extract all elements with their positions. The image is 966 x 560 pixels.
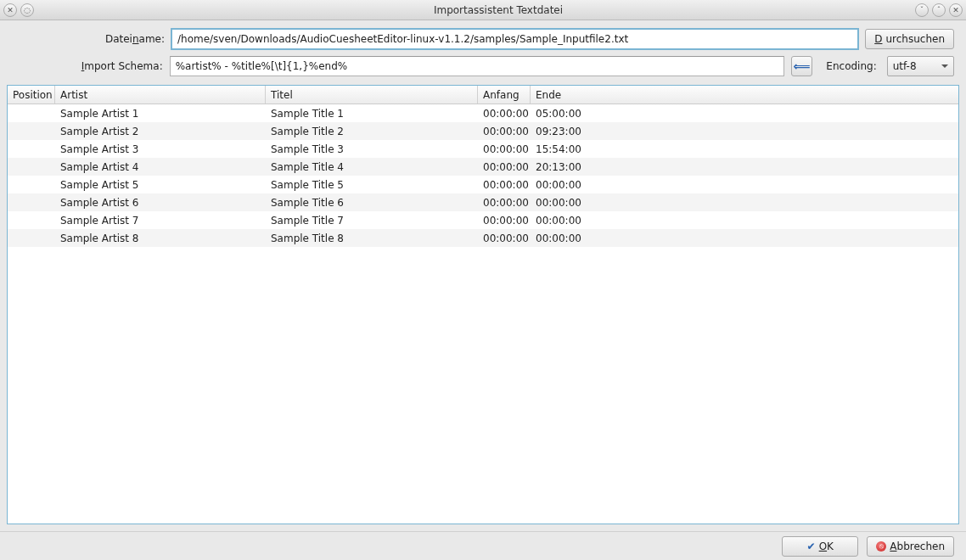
table-cell: 00:00:00 bbox=[478, 232, 531, 244]
table-cell: Sample Title 7 bbox=[266, 215, 478, 227]
table-body: Sample Artist 1Sample Title 100:00:0005:… bbox=[8, 104, 958, 524]
arrow-left-icon: ⟸ bbox=[793, 59, 810, 73]
table-cell: Sample Title 1 bbox=[266, 108, 478, 120]
table-cell: Sample Title 8 bbox=[266, 232, 478, 244]
table-cell: Sample Title 6 bbox=[266, 197, 478, 209]
schema-input[interactable] bbox=[170, 56, 784, 76]
col-header-artist[interactable]: Artist bbox=[55, 86, 266, 104]
table-cell: Sample Artist 1 bbox=[55, 108, 266, 120]
schema-row: Import Schema: ⟸ Encoding: utf-8 bbox=[12, 56, 954, 76]
ok-mn: O bbox=[819, 540, 827, 552]
col-header-title[interactable]: Titel bbox=[266, 86, 478, 104]
col-header-position[interactable]: Position bbox=[8, 86, 55, 104]
table-cell: Sample Artist 2 bbox=[55, 126, 266, 137]
table-cell: Sample Title 2 bbox=[266, 126, 478, 137]
reset-schema-button[interactable]: ⟸ bbox=[791, 56, 813, 76]
cancel-icon: ⦸ bbox=[876, 541, 886, 552]
ok-post: K bbox=[827, 540, 834, 552]
titlebar: ✕ ◌ Importassistent Textdatei ˇ ˆ ✕ bbox=[0, 0, 966, 20]
table-row[interactable]: Sample Artist 3Sample Title 300:00:0015:… bbox=[8, 140, 958, 158]
table-cell: 05:00:00 bbox=[531, 108, 958, 120]
table-header: Position Artist Titel Anfang Ende bbox=[8, 86, 958, 104]
close-icon[interactable]: ✕ bbox=[949, 3, 963, 17]
table-cell: 00:00:00 bbox=[531, 232, 958, 244]
table-cell: 00:00:00 bbox=[478, 143, 531, 155]
table-cell: 00:00:00 bbox=[478, 215, 531, 227]
schema-label: Import Schema: bbox=[12, 60, 163, 72]
table-cell: Sample Artist 3 bbox=[55, 143, 266, 155]
window-menu-icon[interactable]: ✕ bbox=[3, 3, 17, 17]
table-cell: Sample Title 3 bbox=[266, 143, 478, 155]
ok-icon: ✔ bbox=[807, 540, 816, 552]
dialog-window: ✕ ◌ Importassistent Textdatei ˇ ˆ ✕ Date… bbox=[0, 0, 966, 560]
titlebar-right-controls: ˇ ˆ ✕ bbox=[915, 3, 963, 17]
browse-button-post: urchsuchen bbox=[885, 33, 945, 45]
cancel-mn: A bbox=[890, 540, 896, 552]
encoding-label: Encoding: bbox=[819, 60, 879, 72]
schema-label-post: mport Schema: bbox=[84, 60, 162, 72]
cancel-button[interactable]: ⦸ Abbrechen bbox=[867, 536, 954, 557]
browse-button-mn: D bbox=[874, 33, 882, 45]
table-cell: Sample Title 5 bbox=[266, 179, 478, 191]
table-row[interactable]: Sample Artist 5Sample Title 500:00:0000:… bbox=[8, 176, 958, 193]
ok-button[interactable]: ✔ OK bbox=[782, 536, 858, 557]
table-cell: 00:00:00 bbox=[478, 108, 531, 120]
table-row[interactable]: Sample Artist 2Sample Title 200:00:0009:… bbox=[8, 122, 958, 140]
form-area: Dateiname: Durchsuchen Import Schema: ⟸ … bbox=[0, 20, 966, 81]
filename-label-mn: n bbox=[132, 33, 139, 45]
table-cell: Sample Artist 7 bbox=[55, 215, 266, 227]
table-cell: Sample Artist 5 bbox=[55, 179, 266, 191]
col-header-ende[interactable]: Ende bbox=[531, 86, 958, 104]
minimize-icon[interactable]: ˇ bbox=[915, 3, 929, 17]
table-cell: 20:13:00 bbox=[531, 161, 958, 173]
filename-row: Dateiname: Durchsuchen bbox=[12, 29, 954, 49]
browse-button[interactable]: Durchsuchen bbox=[865, 29, 954, 49]
table-cell: 00:00:00 bbox=[531, 197, 958, 209]
table-row[interactable]: Sample Artist 8Sample Title 800:00:0000:… bbox=[8, 229, 958, 247]
encoding-value: utf-8 bbox=[893, 60, 917, 72]
table-cell: 15:54:00 bbox=[531, 143, 958, 155]
table-row[interactable]: Sample Artist 4Sample Title 400:00:0020:… bbox=[8, 158, 958, 176]
table-row[interactable]: Sample Artist 7Sample Title 700:00:0000:… bbox=[8, 211, 958, 229]
table-cell: 00:00:00 bbox=[478, 161, 531, 173]
encoding-select[interactable]: utf-8 bbox=[887, 56, 954, 76]
window-title: Importassistent Textdatei bbox=[34, 4, 963, 16]
filename-label-post: ame: bbox=[139, 33, 165, 45]
table-cell: Sample Artist 6 bbox=[55, 197, 266, 209]
table-cell: Sample Artist 4 bbox=[55, 161, 266, 173]
dialog-footer: ✔ OK ⦸ Abbrechen bbox=[0, 531, 966, 560]
window-sticky-icon[interactable]: ◌ bbox=[20, 3, 34, 17]
filename-label: Dateiname: bbox=[12, 33, 165, 45]
table-cell: Sample Artist 8 bbox=[55, 232, 266, 244]
table-cell: 00:00:00 bbox=[478, 179, 531, 191]
preview-table: Position Artist Titel Anfang Ende Sample… bbox=[7, 85, 959, 524]
table-row[interactable]: Sample Artist 6Sample Title 600:00:0000:… bbox=[8, 193, 958, 211]
table-row[interactable]: Sample Artist 1Sample Title 100:00:0005:… bbox=[8, 104, 958, 122]
maximize-icon[interactable]: ˆ bbox=[932, 3, 946, 17]
titlebar-left-controls: ✕ ◌ bbox=[3, 3, 34, 17]
table-cell: 00:00:00 bbox=[478, 126, 531, 137]
col-header-anfang[interactable]: Anfang bbox=[478, 86, 531, 104]
cancel-post: bbrechen bbox=[897, 540, 945, 552]
table-cell: 00:00:00 bbox=[478, 197, 531, 209]
filename-label-pre: Datei bbox=[105, 33, 132, 45]
table-cell: 00:00:00 bbox=[531, 215, 958, 227]
table-cell: 00:00:00 bbox=[531, 179, 958, 191]
table-cell: 09:23:00 bbox=[531, 126, 958, 137]
filename-input[interactable] bbox=[171, 29, 858, 49]
table-cell: Sample Title 4 bbox=[266, 161, 478, 173]
